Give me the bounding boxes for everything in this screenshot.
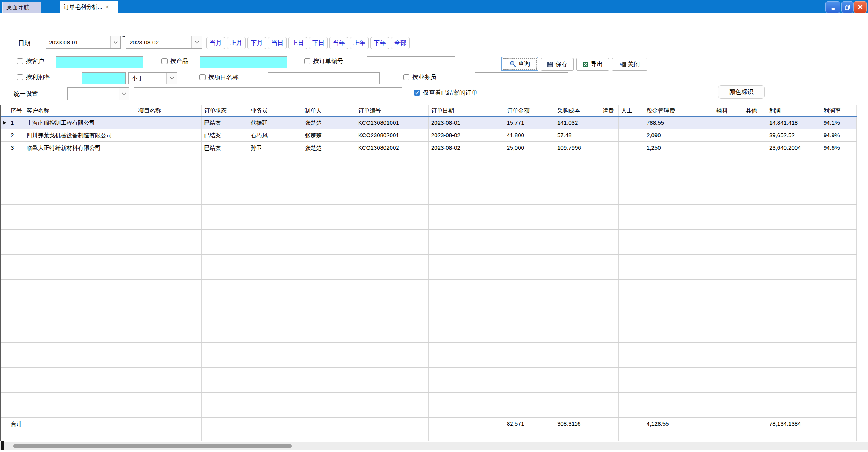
close-window-button[interactable] [854,1,867,13]
row-indicator [1,430,8,441]
profit-rate-filter-input[interactable] [82,72,126,84]
by-product-checkbox[interactable] [161,58,168,64]
unified-setting-combobox[interactable] [67,87,129,100]
filter-by-project[interactable]: 按项目名称 [199,73,239,81]
salesman-filter-input[interactable] [475,72,568,84]
table-cell [504,292,555,305]
unified-setting-input[interactable] [134,87,402,100]
column-header[interactable]: 制单人 [302,105,356,116]
column-header[interactable]: 项目名称 [136,105,202,116]
column-header[interactable]: 业务员 [248,105,302,116]
product-filter-input[interactable] [200,56,287,68]
quick-range-button-9[interactable]: 下年 [370,37,389,49]
table-row[interactable]: 2四川弗莱戈机械设备制造有限公司已结案石巧凤张楚楚KCO230802001202… [1,129,857,142]
color-legend-button[interactable]: 颜色标识 [718,85,765,99]
quick-range-button-2[interactable]: 上月 [227,37,246,49]
quick-range-button-1[interactable]: 当月 [206,37,225,49]
table-cell: 上海南服控制工程有限公司 [24,117,136,129]
column-header[interactable]: 订单编号 [356,105,429,116]
column-header[interactable]: 订单金额 [504,105,555,116]
chevron-down-icon[interactable] [191,36,202,48]
quick-range-button-3[interactable]: 下月 [247,37,266,49]
date-from-combobox[interactable]: 2023-08-01 [46,36,121,49]
chevron-down-icon[interactable] [166,73,177,84]
customer-filter-input[interactable] [56,56,143,68]
chevron-down-icon[interactable] [110,36,120,48]
quick-range-button-7[interactable]: 当年 [329,37,348,49]
scrollbar-left-block[interactable] [1,441,4,450]
table-cell [821,355,857,367]
column-header[interactable]: 其他 [743,105,767,116]
tab-desktop-nav[interactable]: 桌面导航 [2,2,41,13]
column-header[interactable]: 订单日期 [429,105,504,116]
query-button[interactable]: 查询 [501,57,538,71]
table-empty-row [1,217,857,230]
table-cell [429,368,504,380]
by-customer-checkbox[interactable] [17,58,23,64]
table-row[interactable]: 3临邑大正特纤新材料有限公司已结案孙卫张楚楚KCO2308020022023-0… [1,142,857,154]
filter-by-customer[interactable]: 按客户 [17,57,44,65]
table-empty-row [1,368,857,380]
by-project-checkbox[interactable] [199,74,206,80]
total-cell [600,418,619,430]
maximize-button[interactable] [841,1,854,13]
quick-range-button-6[interactable]: 下日 [309,37,328,49]
tab-order-profit-analysis[interactable]: 订单毛利分析... × [60,1,118,13]
column-header[interactable]: 利润 [767,105,821,116]
table-cell [136,368,202,380]
column-header[interactable]: 税金管理费 [644,105,714,116]
table-cell [644,154,714,167]
filter-by-salesman[interactable]: 按业务员 [403,73,436,81]
order-no-filter-input[interactable] [367,56,455,68]
table-cell [136,179,202,192]
table-cell [619,305,644,317]
minimize-button[interactable] [825,1,840,13]
export-button[interactable]: 导出 [576,58,609,71]
total-cell: 78,134.1384 [767,418,821,430]
table-cell [714,192,743,204]
by-profit-rate-checkbox[interactable] [17,74,23,80]
total-cell [356,418,429,430]
column-header[interactable]: 辅料 [714,105,743,116]
quick-range-button-5[interactable]: 上日 [288,37,307,49]
save-button[interactable]: 保存 [541,58,574,71]
table-row[interactable]: 1上海南服控制工程有限公司已结案代振廷张楚楚KCO2308010012023-0… [1,117,857,129]
table-cell: 四川弗莱戈机械设备制造有限公司 [24,129,136,141]
table-cell [8,179,24,192]
table-cell [136,267,202,279]
table-cell [302,380,356,392]
table-cell [600,380,619,392]
tab-close-icon[interactable]: × [106,4,109,10]
project-filter-input[interactable] [268,72,380,84]
filter-by-profit-rate[interactable]: 按利润率 [17,73,50,81]
filter-by-order-no[interactable]: 按订单编号 [304,57,343,65]
column-header[interactable]: 利润率 [821,105,857,116]
column-header[interactable]: 人工 [619,105,644,116]
column-header[interactable]: 客户名称 [24,105,136,116]
table-cell [136,230,202,242]
quick-range-button-10[interactable]: 全部 [391,37,410,49]
table-cell [714,255,743,267]
by-order-no-checkbox[interactable] [304,58,310,64]
quick-range-button-8[interactable]: 上年 [350,37,369,49]
chevron-down-icon[interactable] [119,88,129,100]
table-cell: 已结案 [202,142,248,154]
column-header[interactable]: 订单状态 [202,105,248,116]
close-page-button[interactable]: 关闭 [612,58,647,71]
table-cell [619,380,644,392]
horizontal-scrollbar-thumb[interactable] [13,444,292,448]
column-header[interactable]: 采购成本 [555,105,600,116]
column-header[interactable]: 运费 [600,105,619,116]
table-cell [821,179,857,192]
by-salesman-checkbox[interactable] [403,74,409,80]
filter-by-product[interactable]: 按产品 [161,57,188,65]
quick-range-button-4[interactable]: 当日 [268,37,287,49]
table-cell [767,292,821,305]
column-header[interactable]: 序号 [8,105,24,116]
table-cell [504,230,555,242]
table-cell [504,305,555,317]
profit-rate-operator-combobox[interactable]: 小于 [128,72,177,84]
only-closed-orders-filter[interactable]: 仅查看已结案的订单 [414,89,477,97]
date-to-combobox[interactable]: 2023-08-02 [126,36,202,49]
only-closed-checkbox[interactable] [414,90,420,96]
